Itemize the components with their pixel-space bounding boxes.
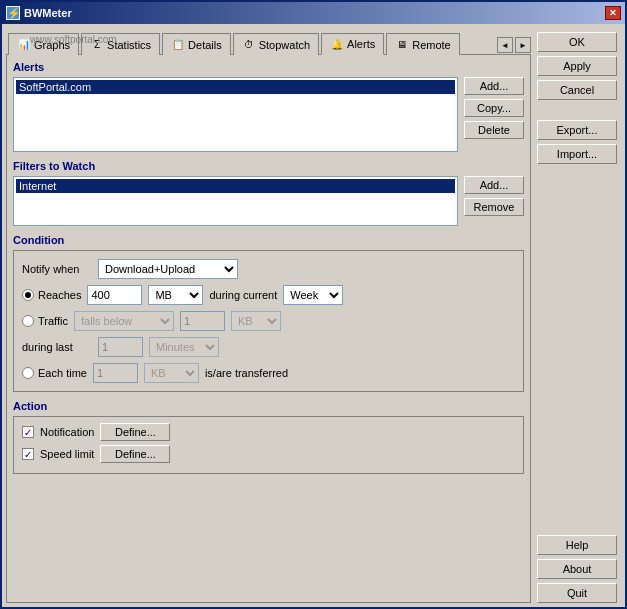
during-current-label: during current [209, 289, 277, 301]
tab-nav-right[interactable]: ► [515, 37, 531, 53]
filters-content: Internet Add... Remove [13, 176, 524, 226]
notify-when-select[interactable]: Download+Upload Download Upload [98, 259, 238, 279]
main-window: ⚡ BWMeter ✕ www.softportal.com 📊 Graphs … [0, 0, 627, 609]
graphs-icon: 📊 [17, 38, 31, 52]
traffic-unit-select[interactable]: KB [231, 311, 281, 331]
each-time-label: Each time [38, 367, 87, 379]
action-section-title: Action [13, 400, 524, 412]
export-button[interactable]: Export... [537, 120, 617, 140]
each-time-suffix: is/are transferred [205, 367, 288, 379]
tab-stopwatch-label: Stopwatch [259, 39, 310, 51]
during-last-value-input[interactable] [98, 337, 143, 357]
filters-section: Filters to Watch Internet Add... Remove [13, 160, 524, 226]
speed-limit-define-button[interactable]: Define... [100, 445, 170, 463]
traffic-label: Traffic [38, 315, 68, 327]
alerts-list[interactable]: SoftPortal.com [13, 77, 458, 152]
condition-inner: Notify when Download+Upload Download Upl… [13, 250, 524, 392]
filters-section-title: Filters to Watch [13, 160, 524, 172]
traffic-value-input[interactable] [180, 311, 225, 331]
tab-statistics[interactable]: Σ Statistics [81, 33, 160, 55]
notification-label: Notification [40, 426, 94, 438]
reaches-row: Reaches MB KB GB during current Week [22, 285, 515, 305]
alerts-section: Alerts SoftPortal.com Add... Copy... Del… [13, 61, 524, 152]
filters-remove-button[interactable]: Remove [464, 198, 524, 216]
alerts-delete-button[interactable]: Delete [464, 121, 524, 139]
import-button[interactable]: Import... [537, 144, 617, 164]
notification-row: Notification Define... [22, 423, 515, 441]
during-last-row: during last Minutes Hours [22, 337, 515, 357]
action-inner: Notification Define... Speed limit Defin… [13, 416, 524, 474]
window-title: BWMeter [24, 7, 72, 19]
apply-button[interactable]: Apply [537, 56, 617, 76]
filters-list[interactable]: Internet [13, 176, 458, 226]
reaches-radio-group: Reaches [22, 289, 81, 301]
right-top-buttons: OK Apply Cancel [537, 32, 621, 100]
each-time-radio-group: Each time [22, 367, 87, 379]
alerts-buttons: Add... Copy... Delete [464, 77, 524, 152]
notification-checkbox[interactable] [22, 426, 34, 438]
tab-remote[interactable]: 🖥 Remote [386, 33, 460, 55]
main-content: 📊 Graphs Σ Statistics 📋 Details ⏱ Stopwa… [2, 24, 625, 607]
app-icon: ⚡ [6, 6, 20, 20]
statistics-icon: Σ [90, 38, 104, 52]
tabs-bar: 📊 Graphs Σ Statistics 📋 Details ⏱ Stopwa… [6, 28, 531, 54]
each-time-radio[interactable] [22, 367, 34, 379]
tab-alerts-label: Alerts [347, 38, 375, 50]
alerts-add-button[interactable]: Add... [464, 77, 524, 95]
during-current-select[interactable]: Week Day Month [283, 285, 343, 305]
during-last-unit-select[interactable]: Minutes Hours [149, 337, 219, 357]
notify-when-row: Notify when Download+Upload Download Upl… [22, 259, 515, 279]
notification-define-button[interactable]: Define... [100, 423, 170, 441]
panel-area: Alerts SoftPortal.com Add... Copy... Del… [6, 54, 531, 603]
during-last-label: during last [22, 341, 92, 353]
stopwatch-icon: ⏱ [242, 38, 256, 52]
right-panel: OK Apply Cancel Export... Import... Help… [531, 28, 621, 603]
speed-limit-checkbox[interactable] [22, 448, 34, 460]
help-button[interactable]: Help [537, 535, 617, 555]
action-section: Action Notification Define... Speed limi… [13, 400, 524, 474]
each-time-unit-select[interactable]: KB [144, 363, 199, 383]
tab-graphs-label: Graphs [34, 39, 70, 51]
tab-graphs[interactable]: 📊 Graphs [8, 33, 79, 55]
traffic-option-select[interactable]: falls below [74, 311, 174, 331]
titlebar: ⚡ BWMeter ✕ [2, 2, 625, 24]
ok-button[interactable]: OK [537, 32, 617, 52]
about-button[interactable]: About [537, 559, 617, 579]
quit-button[interactable]: Quit [537, 583, 617, 603]
tab-stopwatch[interactable]: ⏱ Stopwatch [233, 33, 319, 55]
tab-nav-left[interactable]: ◄ [497, 37, 513, 53]
filter-item-empty [16, 193, 455, 195]
traffic-radio[interactable] [22, 315, 34, 327]
reaches-label: Reaches [38, 289, 81, 301]
traffic-row: Traffic falls below KB [22, 311, 515, 331]
each-time-value-input[interactable] [93, 363, 138, 383]
reaches-radio[interactable] [22, 289, 34, 301]
speed-limit-label: Speed limit [40, 448, 94, 460]
alerts-content: SoftPortal.com Add... Copy... Delete [13, 77, 524, 152]
condition-section-title: Condition [13, 234, 524, 246]
tab-remote-label: Remote [412, 39, 451, 51]
tab-details[interactable]: 📋 Details [162, 33, 231, 55]
tab-details-label: Details [188, 39, 222, 51]
tab-alerts[interactable]: 🔔 Alerts [321, 33, 384, 55]
tab-statistics-label: Statistics [107, 39, 151, 51]
traffic-radio-group: Traffic [22, 315, 68, 327]
each-time-row: Each time KB is/are transferred [22, 363, 515, 383]
right-mid-buttons: Export... Import... [537, 120, 621, 164]
alerts-copy-button[interactable]: Copy... [464, 99, 524, 117]
close-button[interactable]: ✕ [605, 6, 621, 20]
filter-item-internet[interactable]: Internet [16, 179, 455, 193]
alerts-section-title: Alerts [13, 61, 524, 73]
speed-limit-row: Speed limit Define... [22, 445, 515, 463]
reaches-unit-select[interactable]: MB KB GB [148, 285, 203, 305]
details-icon: 📋 [171, 38, 185, 52]
alerts-tab-icon: 🔔 [330, 37, 344, 51]
remote-icon: 🖥 [395, 38, 409, 52]
reaches-value-input[interactable] [87, 285, 142, 305]
condition-section: Condition Notify when Download+Upload Do… [13, 234, 524, 392]
alert-item[interactable]: SoftPortal.com [16, 80, 455, 94]
filters-add-button[interactable]: Add... [464, 176, 524, 194]
notify-when-label: Notify when [22, 263, 92, 275]
left-panel: 📊 Graphs Σ Statistics 📋 Details ⏱ Stopwa… [6, 28, 531, 603]
cancel-button[interactable]: Cancel [537, 80, 617, 100]
